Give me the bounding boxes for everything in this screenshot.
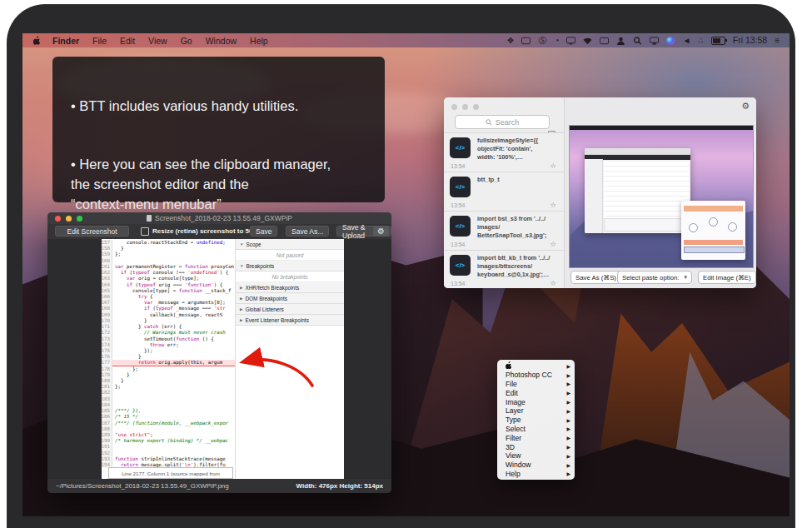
resize-checkbox[interactable] — [141, 227, 149, 236]
clipboard-item[interactable]: </>btt_tp_t13:54☆ — [444, 172, 564, 211]
code-line-2170: 2170 } — [102, 318, 235, 324]
context-menu-item-select[interactable]: Select▶ — [497, 425, 575, 434]
volume-icon[interactable]: ◄ — [682, 37, 690, 45]
sidecar-icon[interactable] — [600, 37, 609, 45]
minimize-button[interactable] — [462, 104, 468, 110]
search-input[interactable]: Search — [455, 115, 550, 129]
preview-menubar — [570, 126, 753, 130]
wifi-icon[interactable] — [583, 37, 592, 45]
context-menu-item-3d[interactable]: 3D▶ — [497, 442, 575, 451]
context-menu-item-photoshop-cc[interactable]: Photoshop CC▶ — [497, 371, 575, 380]
edit-image-button[interactable]: Edit Image (⌘E) — [698, 271, 756, 284]
battery-icon[interactable] — [711, 37, 725, 45]
bettersnaptool-icon[interactable] — [521, 37, 531, 45]
code-line-2185: 2185/***/ }), — [102, 408, 235, 414]
dropbox-icon[interactable]: ❖ — [506, 37, 514, 45]
menu-item-go[interactable]: Go — [174, 36, 199, 46]
editor-canvas[interactable]: 2157 console.reactStackEnd = undefined;2… — [47, 239, 391, 479]
context-menu-item-filter[interactable]: Filter▶ — [497, 433, 575, 442]
context-menu-item-file[interactable]: File▶ — [497, 380, 575, 389]
sidebar-section-dom-breakpoints: ▶DOM Breakpoints — [236, 293, 344, 304]
code-line-2180: 2180 } — [102, 378, 235, 384]
menu-item-finder[interactable]: Finder — [46, 36, 86, 46]
submenu-arrow-icon: ▶ — [566, 426, 570, 431]
edit-screenshot-button[interactable]: Edit Screenshot — [55, 226, 129, 237]
code-line-2159: 2159}; — [102, 252, 235, 257]
code-line-2173: 2173 setTimeout(function () { — [102, 336, 235, 342]
paste-option-dropdown[interactable]: Select paste option: ▾ — [617, 271, 692, 284]
code-line-2171: 2171 } catch (err) { — [102, 324, 235, 330]
context-menu-item-image[interactable]: Image▶ — [497, 397, 575, 406]
disclosure-triangle-icon: ▶ — [240, 286, 242, 290]
code-lines: 2157 console.reactStackEnd = undefined;2… — [102, 240, 235, 468]
submenu-arrow-icon: ▶ — [566, 453, 570, 459]
code-line-2176: 2176 } — [102, 354, 235, 360]
siri-icon[interactable] — [666, 37, 675, 45]
menu-item-file[interactable]: File — [86, 36, 113, 46]
sidebar-note: Not paused — [236, 250, 344, 261]
sidebar-section-xhr-fetch-breakpoints: ▶XHR/fetch Breakpoints — [236, 282, 344, 293]
save-as-button[interactable]: Save As... — [286, 226, 329, 237]
submenu-arrow-icon: ▶ — [566, 462, 570, 468]
search-icon[interactable] — [633, 37, 642, 45]
context-menu-item-type[interactable]: Type▶ — [497, 416, 575, 425]
document-icon — [147, 215, 152, 222]
apple-menu[interactable] — [33, 36, 41, 45]
dots-icon[interactable]: ∴ — [698, 37, 703, 45]
close-button[interactable] — [451, 104, 457, 110]
star-icon[interactable]: ☆ — [550, 240, 556, 248]
disclosure-triangle-icon: ▶ — [240, 296, 242, 301]
menu-item-edit[interactable]: Edit — [113, 36, 142, 46]
submenu-arrow-icon: ▶ — [566, 444, 570, 450]
skype-icon[interactable]: Ⓢ — [538, 37, 546, 45]
context-menu-item-window[interactable]: Window▶ — [497, 461, 575, 470]
clipboard-item[interactable]: </>import bst_s3 from '../../ images/ Be… — [444, 211, 564, 250]
star-icon[interactable]: ☆ — [550, 162, 556, 170]
submenu-arrow-icon: ▶ — [566, 363, 570, 369]
editor-title-text: Screenshot_2018-02-23 13.55.49_GXWPiP — [155, 214, 292, 222]
disclosure-triangle-icon: ▼ — [240, 242, 243, 247]
code-line-2181: 2181}; — [102, 384, 235, 390]
timer-icon[interactable]: ◔ — [554, 37, 559, 45]
context-menu-item-apple[interactable]: ▶ — [497, 361, 575, 371]
clipboard-item[interactable]: </>import btt_kb_t from '../../ images/b… — [444, 250, 564, 288]
clipboard-item-time: 13:54 — [451, 242, 466, 247]
menu-item-window[interactable]: Window — [199, 36, 243, 46]
code-line-2165: 2165 console[type] = function __stack_f — [102, 288, 235, 294]
submenu-arrow-icon: ▶ — [566, 399, 570, 405]
clipboard-save-as-button[interactable]: Save As (⌘S) — [570, 271, 621, 284]
clipboard-gear-icon[interactable]: ⚙ — [741, 101, 750, 112]
display-icon[interactable] — [566, 37, 575, 45]
save-button[interactable]: Save — [250, 226, 277, 237]
airplay-icon[interactable] — [650, 37, 659, 45]
context-menu-item-view[interactable]: View▶ — [497, 451, 575, 461]
code-line-2169: 2169 callback(_message, reactS — [102, 312, 235, 318]
context-menu-item-layer[interactable]: Layer▶ — [497, 406, 575, 416]
zoom-button[interactable] — [473, 104, 479, 110]
menu-bar-items: FinderFileEditViewGoWindowHelp — [46, 36, 275, 46]
context-menu-item-help[interactable]: Help▶ — [497, 470, 575, 479]
user-icon[interactable] — [616, 37, 625, 45]
vscode-icon: </> — [450, 255, 471, 276]
clipboard-window-controls — [451, 104, 479, 110]
vscode-icon: </> — [450, 137, 471, 158]
menu-item-view[interactable]: View — [142, 36, 174, 46]
clipboard-item[interactable]: </>fullsizeImageStyle={{ objectFit: 'con… — [444, 132, 564, 172]
vscode-icon: </> — [450, 177, 471, 197]
disclosure-triangle-icon: ▼ — [240, 264, 243, 268]
star-icon[interactable]: ☆ — [550, 279, 556, 287]
menu-bar-clock[interactable]: Fri 13:58 — [733, 36, 767, 45]
code-line-2178: 2178 }; — [102, 366, 235, 372]
gear-button[interactable]: ⚙ — [373, 226, 389, 237]
caption-line-1: • BTT includes various handy utilities. — [71, 97, 366, 117]
sidebar-note: No breakpoints — [236, 271, 344, 282]
context-menu-item-edit[interactable]: Edit▶ — [497, 388, 575, 397]
menu-item-help[interactable]: Help — [243, 36, 275, 46]
star-icon[interactable]: ☆ — [550, 201, 556, 209]
notification-center-icon[interactable]: ≡ — [775, 37, 780, 45]
caption-line-2: • Here you can see the clipboard manager… — [71, 155, 366, 215]
code-line-2160: 2160 — [102, 258, 235, 264]
code-line-2175: 2175 }); — [102, 348, 235, 354]
clipboard-list-pane: Search ✕ </>fullsizeImageStyle={{ object… — [444, 97, 565, 288]
code-line-2189: 2189"use strict"; — [102, 432, 235, 438]
